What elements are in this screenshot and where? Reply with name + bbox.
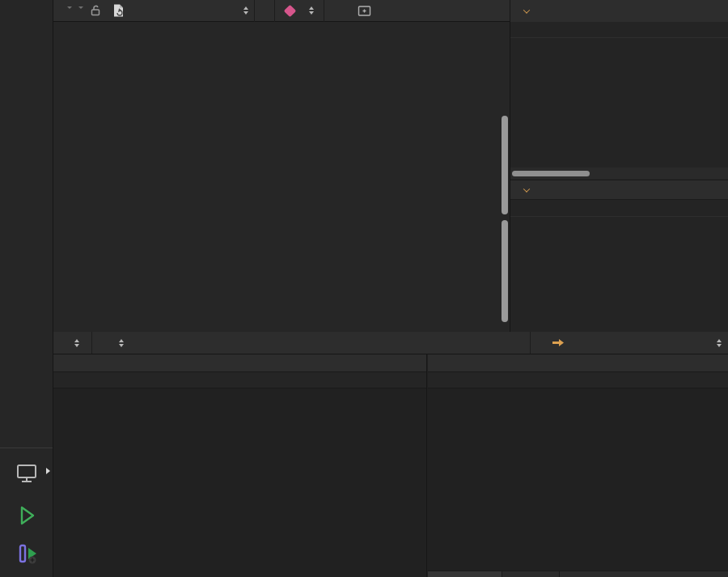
document-dropdown[interactable] [243, 6, 248, 15]
locals-panel-header[interactable] [510, 0, 728, 22]
toolbar-separator [91, 332, 92, 354]
locals-column-headers[interactable] [510, 22, 728, 38]
breakpoints-panel [428, 354, 728, 577]
kit-expand-arrow [46, 468, 50, 474]
back-history-caret [67, 6, 72, 9]
editor-scrollbar-lower[interactable] [502, 220, 508, 322]
split-editor-icon [358, 5, 371, 17]
breakpoints-column-headers[interactable] [428, 372, 728, 388]
breakpoints-panel-title [428, 354, 728, 372]
kit-selector[interactable] [0, 460, 53, 490]
qt-creator-window [0, 0, 728, 577]
document-type-button[interactable] [112, 3, 125, 18]
editor-toolbar [53, 0, 728, 22]
build-target-section [0, 452, 53, 569]
debug-views-panel [510, 22, 728, 332]
toolbar-separator [274, 0, 275, 22]
locals-hscrollbar-track[interactable] [510, 168, 728, 179]
perspective-selector[interactable] [53, 339, 86, 347]
chevron-down-icon [523, 6, 530, 13]
expressions-panel-header[interactable] [510, 180, 728, 200]
file-icon [112, 3, 125, 18]
mode-selector [0, 0, 53, 6]
toolbar-separator [254, 0, 255, 22]
chevron-down-icon [523, 185, 530, 192]
debug-engine-selector[interactable] [98, 339, 130, 347]
editor-scrollbar-upper[interactable] [502, 116, 508, 214]
debugger-bottom-views [53, 354, 728, 577]
stack-panel [53, 354, 427, 577]
forward-history-caret [78, 6, 83, 9]
debugger-toolbar [53, 332, 728, 354]
start-debugging-button[interactable] [15, 543, 39, 569]
run-icon [15, 503, 39, 528]
debug-run-icon [15, 543, 39, 566]
symbol-dropdown-arrows[interactable] [309, 6, 314, 15]
sidebar-divider [0, 448, 53, 448]
expressions-column-headers[interactable] [510, 201, 728, 217]
monitor-icon [15, 463, 39, 484]
locals-hscrollbar-thumb[interactable] [512, 171, 590, 176]
threads-selector[interactable] [530, 332, 728, 354]
code-editor[interactable] [53, 22, 510, 332]
document-toolbar [53, 0, 510, 21]
symbol-kind-icon [284, 4, 297, 17]
stack-column-headers[interactable] [53, 372, 426, 388]
toolbar-separator [324, 0, 324, 22]
run-button[interactable] [15, 503, 39, 532]
stack-panel-title [53, 354, 426, 372]
unlock-button[interactable] [89, 4, 102, 17]
breakpoints-hscrollbar[interactable] [428, 571, 728, 577]
thread-arrow-icon [552, 338, 565, 347]
unlock-icon [89, 4, 102, 17]
mode-sidebar [0, 0, 53, 577]
threads-dropdown-arrows[interactable] [717, 339, 722, 347]
split-editor-button[interactable] [358, 5, 371, 17]
